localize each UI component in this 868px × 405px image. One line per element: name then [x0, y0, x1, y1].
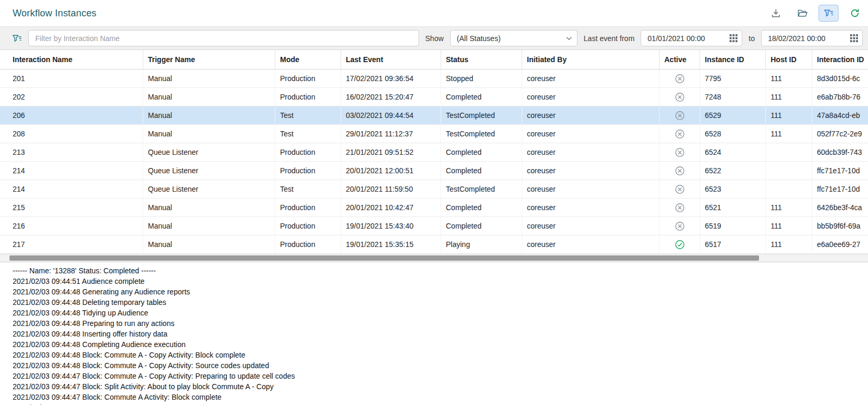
table-row[interactable]: 216 Manual Production 19/01/2021 15:43:4…: [0, 217, 868, 235]
cell-status: Playing: [441, 235, 522, 253]
cell-host-id: 111: [766, 217, 812, 235]
cell-host-id: 111: [766, 199, 812, 216]
inactive-circle-x-icon: [675, 129, 685, 139]
cell-mode: Test: [275, 125, 341, 143]
cell-interaction-id: bb5b9f6f-69a: [812, 217, 868, 235]
page-title: Workflow Instances: [13, 8, 96, 19]
cell-instance-id: 6517: [700, 235, 766, 253]
calendar-icon[interactable]: [730, 34, 737, 42]
table-row[interactable]: 201 Manual Production 17/02/2021 09:36:5…: [0, 70, 868, 88]
cell-mode: Production: [275, 235, 341, 253]
date-from-input[interactable]: [641, 34, 730, 43]
cell-interaction-name: 213: [0, 143, 143, 161]
filter-funnel-icon: [12, 33, 22, 44]
inactive-circle-x-icon: [675, 111, 685, 121]
refresh-button[interactable]: [845, 5, 865, 22]
inactive-circle-x-icon: [675, 166, 685, 176]
cell-active: [660, 106, 700, 124]
cell-mode: Test: [275, 180, 341, 198]
cell-initiated-by: coreuser: [522, 88, 660, 106]
table-row[interactable]: 202 Manual Production 16/02/2021 15:20:4…: [0, 88, 868, 106]
active-circle-check-icon: [675, 240, 685, 250]
scrollbar-thumb[interactable]: [9, 255, 759, 261]
cell-interaction-name: 201: [0, 70, 143, 87]
table-row[interactable]: 214 Queue Listener Production 20/01/2021…: [0, 162, 868, 180]
cell-trigger-name: Queue Listener: [143, 180, 275, 198]
cell-interaction-id: 6426be3f-4ca: [812, 199, 868, 216]
cell-active: [660, 180, 700, 198]
cell-trigger-name: Manual: [143, 125, 275, 143]
column-header[interactable]: Mode: [275, 50, 341, 69]
cell-last-event: 16/02/2021 15:20:47: [341, 88, 441, 106]
log-line: 2021/02/03 09:44:47 Block: Commute A Act…: [13, 392, 868, 402]
column-header[interactable]: Interaction Name: [0, 50, 143, 69]
log-line: 2021/02/03 09:44:48 Block: Commute A - C…: [13, 360, 868, 371]
cell-trigger-name: Queue Listener: [143, 143, 275, 161]
cell-interaction-id: e6a0ee69-27: [812, 235, 868, 253]
table-body: 201 Manual Production 17/02/2021 09:36:5…: [0, 70, 868, 254]
horizontal-scrollbar[interactable]: [0, 254, 868, 262]
cell-initiated-by: coreuser: [522, 106, 660, 124]
log-line: 2021/02/03 09:44:47: [13, 402, 868, 405]
table-row[interactable]: 206 Manual Test 03/02/2021 09:44:54 Test…: [0, 106, 868, 125]
column-header[interactable]: Status: [441, 50, 522, 69]
filter-toggle-button[interactable]: [819, 5, 839, 22]
column-header[interactable]: Active: [660, 50, 700, 69]
open-folder-icon: [797, 8, 808, 19]
open-folder-button[interactable]: [792, 5, 812, 22]
column-header[interactable]: Interaction ID: [812, 50, 868, 69]
cell-instance-id: 6528: [700, 125, 766, 143]
log-content: ------ Name: '13288' Status: Completed -…: [0, 262, 868, 405]
download-button[interactable]: [766, 5, 786, 22]
cell-status: Completed: [441, 143, 522, 161]
cell-active: [660, 143, 700, 161]
show-label: Show: [425, 34, 444, 43]
column-header[interactable]: Last Event: [341, 50, 441, 69]
column-header[interactable]: Trigger Name: [143, 50, 275, 69]
cell-interaction-id: ffc71e17-10d: [812, 180, 868, 198]
table-row[interactable]: 214 Queue Listener Test 20/01/2021 11:59…: [0, 180, 868, 199]
cell-mode: Production: [275, 199, 341, 216]
cell-mode: Test: [275, 106, 341, 124]
table-row[interactable]: 215 Manual Production 20/01/2021 10:42:4…: [0, 199, 868, 217]
cell-trigger-name: Manual: [143, 217, 275, 235]
cell-last-event: 17/02/2021 09:36:54: [341, 70, 441, 87]
cell-initiated-by: coreuser: [522, 235, 660, 253]
table-row[interactable]: 213 Queue Listener Production 21/01/2021…: [0, 143, 868, 162]
cell-mode: Production: [275, 143, 341, 161]
cell-last-event: 29/01/2021 11:12:37: [341, 125, 441, 143]
cell-initiated-by: coreuser: [522, 199, 660, 216]
cell-interaction-id: 8d3d015d-6c: [812, 70, 868, 87]
cell-host-id: 111: [766, 106, 812, 124]
table-row[interactable]: 208 Manual Test 29/01/2021 11:12:37 Test…: [0, 125, 868, 143]
cell-mode: Production: [275, 70, 341, 87]
column-header[interactable]: Initiated By: [522, 50, 660, 69]
last-event-from-label: Last event from: [584, 34, 635, 43]
log-line: 2021/02/03 09:44:48 Generating any Audie…: [13, 287, 868, 297]
status-filter-select[interactable]: (All Statuses): [450, 30, 577, 46]
cell-last-event: 19/01/2021 15:35:15: [341, 235, 441, 253]
cell-active: [660, 70, 700, 87]
inactive-circle-x-icon: [675, 203, 685, 213]
download-icon: [771, 8, 781, 18]
column-header[interactable]: Instance ID: [700, 50, 766, 69]
cell-instance-id: 7248: [700, 88, 766, 106]
cell-status: Completed: [441, 88, 522, 106]
cell-interaction-name: 202: [0, 88, 143, 106]
calendar-icon[interactable]: [850, 34, 858, 42]
log-line: 2021/02/03 09:44:48 Deleting temporary t…: [13, 297, 868, 308]
cell-trigger-name: Manual: [143, 235, 275, 253]
cell-active: [660, 235, 700, 253]
log-line: 2021/02/03 09:44:48 Completing Audience …: [13, 339, 868, 350]
cell-trigger-name: Manual: [143, 199, 275, 216]
toolbar: [766, 5, 865, 22]
cell-status: Completed: [441, 217, 522, 235]
interaction-name-filter-input[interactable]: [28, 30, 419, 46]
cell-trigger-name: Manual: [143, 106, 275, 124]
date-from-field: [641, 30, 742, 46]
date-to-input[interactable]: [762, 34, 850, 43]
cell-mode: Production: [275, 88, 341, 106]
cell-status: TestCompleted: [441, 125, 522, 143]
column-header[interactable]: Host ID: [766, 50, 812, 69]
table-row[interactable]: 217 Manual Production 19/01/2021 15:35:1…: [0, 235, 868, 254]
